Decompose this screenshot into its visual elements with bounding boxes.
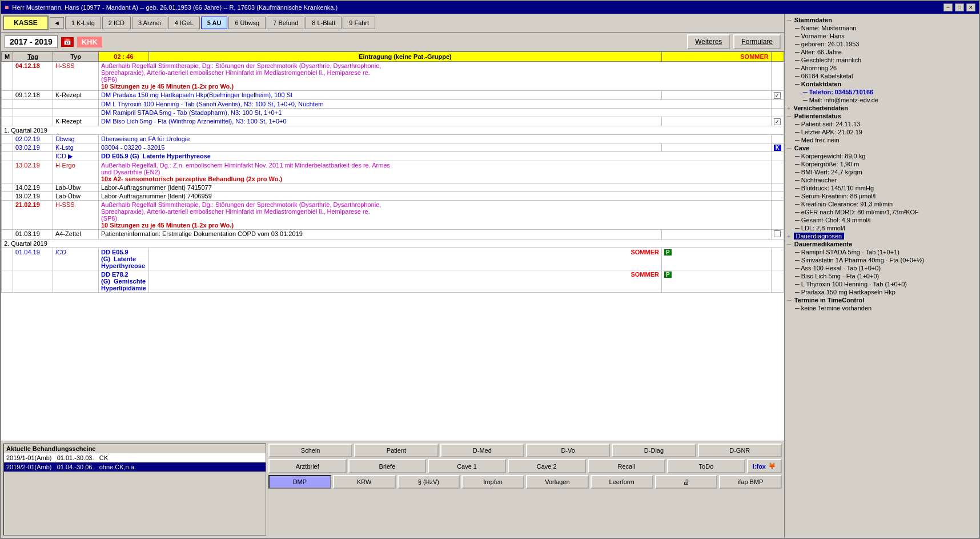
todo-button[interactable]: ToDo [667,459,745,473]
geboren-item: ─ geboren: 26.01.1953 [795,40,977,48]
section-dauerdiagnosen[interactable]: + Dauerdiagnosen [787,232,977,240]
tab-igel[interactable]: 4 IGeL [168,17,200,29]
table-row: K-Rezept DM Biso Lich 5mg - Fta (Winthro… [2,117,784,126]
ifap-bmp-button[interactable]: ifap BMP [719,475,782,489]
row-entry: Außerhalb Regelfall, Dg.: Z.n. embolisch… [99,161,772,183]
title-bar-controls: – □ ✕ [943,3,975,11]
cave1-button[interactable]: Cave 1 [428,459,506,473]
bottom-panel: Aktuelle Behandlungsscheine 2019/1-01(Am… [1,441,784,538]
row-extra [771,248,784,270]
hzv-button[interactable]: § (HzV) [397,475,460,489]
calendar-icon[interactable]: 📅 [61,37,74,47]
row-sommer: SOMMER [148,248,661,270]
vorname-item: ─ Vorname: Hans [795,32,977,40]
patient-button[interactable]: Patient [354,444,438,457]
button-panel: Schein Patient D-Med D-Vo D-Diag D-GNR A… [268,444,782,536]
header-sommer: SOMMER [661,52,771,62]
dvo-button[interactable]: D-Vo [526,444,610,457]
krw-button[interactable]: KRW [333,475,396,489]
table-row: DM L Thyroxin 100 Henning - Tab (Sanofi … [2,100,784,109]
row-entry: 03004 - 03220 - 32015 [99,143,662,152]
ddiag-button[interactable]: D-Diag [612,444,696,457]
row-typ [53,100,99,109]
behandlung-item-1[interactable]: 2019/1-01(Amb) 01.01.-30.03. CK [4,453,266,462]
year-range: 2017 - 2019 [5,35,58,48]
kreatinin-clearance: ─ Kreatinin-Clearance: 91,3 ml/min [795,200,977,208]
recall-button[interactable]: Recall [588,459,666,473]
row-entry: Labor-Auftragsnummer (Ident) 7415077 [99,183,772,192]
dmp-button[interactable]: DMP [268,475,331,489]
tab-ubwsg[interactable]: 6 Übwsg [228,17,266,29]
quarter-label: 1. Quartal 2019 [2,126,784,135]
termine-title: Termine in TimeControl [794,297,864,304]
left-panel: KASSE ◄ 1 K-Lstg 2 ICD 3 Arznei 4 IGeL 5… [1,14,785,538]
row-badge: P [661,248,771,270]
cave-items: ─ Körpergewicht: 89,0 kg ─ Körpergröße: … [787,152,977,232]
row-entry: Außerhalb Regelfall Stimmtherapie, Dg.: … [99,62,772,91]
koerpergewicht: ─ Körpergewicht: 89,0 kg [795,152,977,160]
print-button[interactable]: 🖨 [655,475,718,489]
behandlung-list: 2019/1-01(Amb) 01.01.-30.03. CK 2019/2-0… [4,453,266,472]
schein-button[interactable]: Schein [268,444,352,457]
tab-arznei[interactable]: 3 Arznei [132,17,167,29]
expand-dauerdiagnosen: + [787,233,790,239]
row-date: 01.04.19 [13,248,53,270]
row-sommer [661,143,771,152]
expand-cave: ─ [787,145,792,151]
quarter-row: 2. Quartal 2019 [2,239,784,248]
blutdruck: ─ Blutdruck: 145/110 mmHg [795,184,977,192]
med-2: ─ Simvastatin 1A Pharma 40mg - Fta (0+0+… [795,256,977,264]
weiteres-button[interactable]: Weiteres [687,34,730,49]
tab-fahrt[interactable]: 9 Fahrt [343,17,375,29]
row-entry: Labor-Auftragsnummer (Ident) 7406959 [99,192,772,201]
year-bar: 2017 - 2019 📅 KHK Weiteres Formulare [1,33,784,51]
behandlung-label-2: 2019/2-01(Amb) [6,464,52,470]
impfen-button[interactable]: Impfen [461,475,524,489]
row-entry: Patienteninformation: Erstmalige Dokumen… [99,230,662,239]
dgnr-button[interactable]: D-GNR [698,444,782,457]
header-extra [771,52,784,62]
vorlagen-button[interactable]: Vorlagen [526,475,589,489]
row-m [2,183,13,192]
section-patientenstatus: ─ Patientenstatus [787,112,977,120]
alter-item: ─ Alter: 66 Jahre [795,48,977,56]
row-m [2,143,13,152]
row-entry: DD E05.9 (G) Latente Hyperthyreose [99,248,149,270]
keine-termine: ─ keine Termine vorhanden [795,304,977,312]
row-m [2,248,13,270]
kasse-button[interactable]: KASSE [3,15,49,30]
nav-button[interactable]: ◄ [50,17,64,29]
tab-befund[interactable]: 7 Befund [267,17,304,29]
row-date: 09.12.18 [13,91,53,100]
dmed-button[interactable]: D-Med [440,444,524,457]
gesamt-chol: ─ Gesamt-Chol: 4,9 mmol/l [795,216,977,224]
egfr: ─ eGFR nach MDRD: 80 ml/min/1,73m²KOF [795,208,977,216]
med-1: ─ Ramipril STADA 5mg - Tab (1+0+1) [795,248,977,256]
leerform-button[interactable]: Leerform [591,475,653,489]
row-check [771,230,784,239]
tab-icd[interactable]: 2 ICD [102,17,131,29]
termine-items: ─ keine Termine vorhanden [787,304,977,312]
row-extra [771,192,784,201]
row-m [2,100,13,109]
row-check: ✓ [771,117,784,126]
arztbrief-button[interactable]: Arztbrief [268,459,347,473]
maximize-button[interactable]: □ [955,3,964,11]
right-panel: ─ Stammdaten ─ Name: Mustermann ─ Vornam… [785,14,979,538]
close-button[interactable]: ✕ [966,3,975,11]
tab-au[interactable]: 5 AU [201,17,228,29]
dauermedikamente-items: ─ Ramipril STADA 5mg - Tab (1+0+1) ─ Sim… [787,248,977,296]
behandlung-item-2[interactable]: 2019/2-01(Amb) 01.04.-30.06. ohne CK,n.a… [4,462,266,472]
tab-lblatt[interactable]: 8 L-Blatt [306,17,342,29]
cave2-button[interactable]: Cave 2 [508,459,586,473]
row-typ: H-Ergo [53,161,99,183]
formulare-button[interactable]: Formulare [733,34,781,49]
ifox-area[interactable]: i:fox 🦊 [747,459,782,473]
header-m: M [2,52,13,62]
tab-klstg[interactable]: 1 K-Lstg [65,17,101,29]
section-versichertendaten[interactable]: + Versichertendaten [787,104,977,112]
briefe-button[interactable]: Briefe [348,459,427,473]
row-typ [53,270,99,293]
row-entry: DD E05.9 (G) Latente Hyperthyreose [99,152,772,161]
minimize-button[interactable]: – [943,3,953,11]
